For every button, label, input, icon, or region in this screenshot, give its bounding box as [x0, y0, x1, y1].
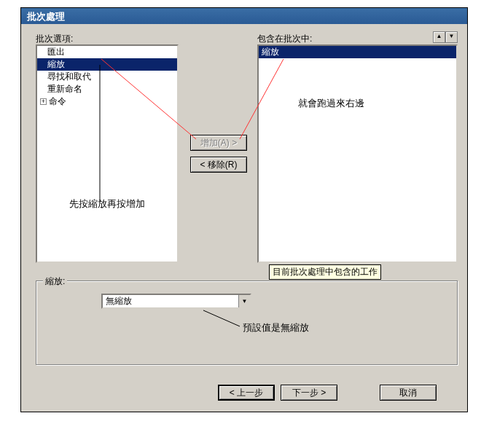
options-listbox[interactable]: 匯出 縮放 尋找和取代 重新命名 +命令	[36, 44, 179, 263]
dialog-title: 批次處理	[27, 11, 65, 22]
groupbox-label: 縮放:	[43, 275, 67, 288]
list-item-selected[interactable]: 縮放	[37, 58, 177, 71]
add-button[interactable]: 增加(A) >	[190, 135, 247, 151]
tooltip: 目前批次處理中包含的工作	[269, 264, 381, 280]
cancel-button[interactable]: 取消	[380, 385, 437, 401]
move-up-button[interactable]: ▲	[433, 31, 445, 43]
batch-dialog: 批次處理 批次選項: 包含在批次中: ▲ ▼ 匯出 縮放 尋找和取代 重新命名 …	[20, 7, 468, 412]
list-item[interactable]: 匯出	[37, 46, 177, 58]
reorder-spinner[interactable]: ▲ ▼	[433, 31, 458, 43]
next-button[interactable]: 下一步 >	[281, 385, 337, 401]
list-item[interactable]: 重新命名	[37, 83, 177, 95]
annotation-text: 先按縮放再按增加	[69, 197, 145, 211]
back-button[interactable]: < 上一步	[218, 385, 275, 401]
move-down-button[interactable]: ▼	[445, 31, 458, 43]
tree-item[interactable]: +命令	[37, 95, 177, 108]
list-item[interactable]: 尋找和取代	[37, 71, 177, 83]
tree-item-label: 命令	[49, 96, 66, 106]
included-listbox[interactable]: 縮放	[257, 44, 458, 263]
scale-combobox[interactable]: 無縮放 ▼	[101, 294, 251, 309]
included-label: 包含在批次中:	[257, 33, 312, 45]
remove-button[interactable]: < 移除(R)	[190, 157, 247, 173]
title-bar: 批次處理	[21, 8, 467, 24]
options-label: 批次選項:	[36, 33, 73, 45]
dialog-content: 批次選項: 包含在批次中: ▲ ▼ 匯出 縮放 尋找和取代 重新命名 +命令 縮…	[21, 24, 467, 412]
combo-value: 無縮放	[103, 295, 238, 307]
list-item-selected[interactable]: 縮放	[259, 46, 456, 58]
annotation-text: 就會跑過來右邊	[298, 97, 364, 110]
annotation-text: 預設值是無縮放	[243, 321, 309, 334]
dropdown-icon[interactable]: ▼	[238, 295, 250, 307]
expand-icon[interactable]: +	[40, 98, 47, 105]
